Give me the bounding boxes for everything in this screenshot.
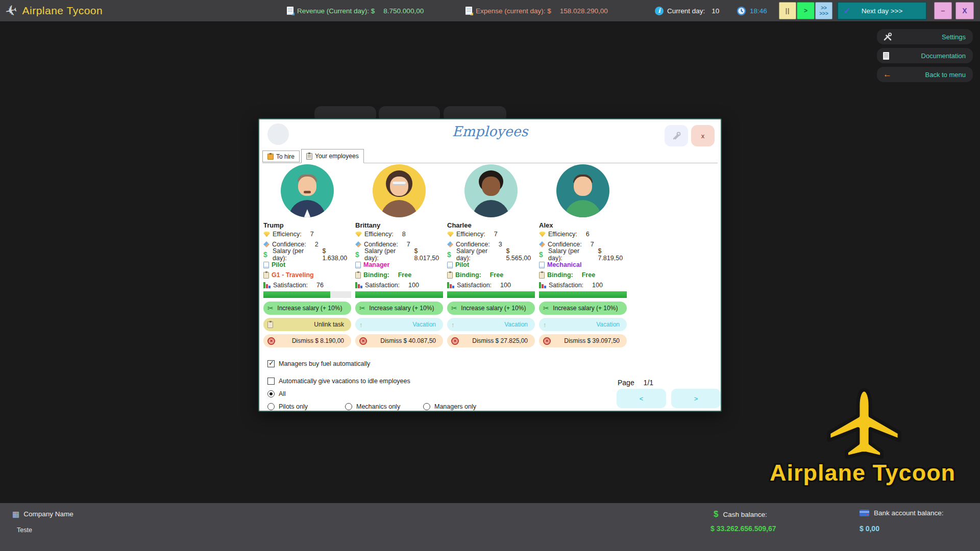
document-icon	[447, 262, 453, 268]
back-arrow-icon: ←	[883, 69, 892, 80]
radio-mechanics-label: Mechanics only	[356, 403, 400, 410]
tab-to-hire[interactable]: To hire	[262, 151, 300, 162]
radio-managers-label: Managers only	[434, 403, 476, 410]
play-button[interactable]: >	[797, 2, 815, 19]
scissors-icon: ✂	[451, 304, 457, 312]
salary-label: Salary (per day):	[456, 247, 501, 262]
dollar-icon: $	[263, 252, 270, 258]
radio-selected[interactable]	[267, 390, 275, 397]
logo-text: Airplane Tycoon	[750, 460, 975, 486]
salary-row: $ Salary (per day): $ 8.017,50	[355, 249, 443, 260]
clipboard-icon	[539, 272, 545, 279]
chart-icon	[355, 282, 362, 288]
vacation-button[interactable]: ↑ Vacation	[447, 318, 535, 331]
wrench-icon	[671, 131, 681, 141]
bank-balance-value: $ 0,00	[860, 524, 879, 533]
dismiss-label: Dismiss $ 27.825,00	[459, 337, 530, 344]
current-day-label: Current day:	[667, 7, 705, 15]
chart-icon	[263, 282, 271, 288]
fuel-checkbox-row[interactable]: Managers buy fuel automatically	[267, 360, 370, 367]
binding-row: Binding: Free	[355, 270, 443, 280]
clock-icon	[737, 6, 746, 16]
scissors-icon: ✂	[267, 304, 274, 312]
increase-salary-button[interactable]: ✂ Increase salary (+ 10%)	[355, 302, 443, 315]
radio-unselected[interactable]	[267, 403, 275, 410]
dialog-settings-button[interactable]	[665, 125, 688, 146]
radio-unselected[interactable]	[423, 403, 430, 410]
employee-avatar	[281, 164, 334, 217]
back-to-menu-label: Back to menu	[892, 71, 966, 79]
task-row: G1 - Traveling	[263, 270, 351, 280]
minimize-button[interactable]: –	[934, 2, 952, 19]
increase-salary-button[interactable]: ✂ Increase salary (+ 10%)	[539, 302, 627, 315]
employee-name: Trump	[263, 221, 351, 229]
satisfaction-label: Satisfaction:	[457, 282, 492, 289]
credit-card-icon	[860, 510, 869, 516]
increase-salary-button[interactable]: ✂ Increase salary (+ 10%)	[447, 302, 535, 315]
vacation-label: Vacation	[455, 321, 530, 328]
next-page-button[interactable]: >	[671, 389, 721, 408]
satisfaction-label: Satisfaction:	[365, 282, 400, 289]
salary-row: $ Salary (per day): $ 7.819,50	[539, 249, 627, 260]
back-to-menu-button[interactable]: ← Back to menu	[877, 67, 973, 82]
increase-salary-label: Increase salary (+ 10%)	[549, 305, 622, 312]
role-value: Pilot	[272, 261, 285, 268]
radio-pilots-only[interactable]: Pilots only	[267, 403, 308, 410]
radio-mechanics-only[interactable]: Mechanics only	[345, 403, 400, 410]
radio-pilots-label: Pilots only	[279, 403, 308, 410]
document-icon	[355, 262, 361, 268]
tab-your-employees[interactable]: Your employees	[301, 149, 364, 163]
radio-unselected[interactable]	[345, 403, 352, 410]
dismiss-button[interactable]: ✕ Dismiss $ 27.825,00	[447, 334, 535, 347]
checkbox-unchecked[interactable]	[267, 378, 275, 385]
close-window-button[interactable]: X	[955, 2, 974, 19]
vacations-checkbox-label: Automatically give vacations to idle emp…	[279, 378, 410, 385]
settings-button[interactable]: Settings	[877, 29, 973, 44]
dismiss-label: Dismiss $ 40.087,50	[367, 337, 438, 344]
info-icon[interactable]: i	[655, 7, 664, 15]
satisfaction-bar	[355, 291, 443, 298]
revenue-label: Revenue (Current day): $	[297, 7, 375, 15]
document-icon	[539, 262, 545, 268]
confidence-icon	[447, 241, 453, 247]
next-day-button[interactable]: ✓ Next day >>>	[837, 2, 927, 20]
efficiency-value: 6	[586, 231, 590, 238]
vacations-checkbox-row[interactable]: Automatically give vacations to idle emp…	[267, 378, 410, 385]
page-value: 1/1	[644, 379, 653, 387]
document-icon	[263, 262, 269, 268]
radio-all-row[interactable]: All	[267, 390, 286, 397]
radio-all-label: All	[279, 390, 286, 397]
vacation-button[interactable]: ↑ Vacation	[539, 318, 627, 331]
satisfaction-bar	[263, 291, 351, 298]
efficiency-icon	[263, 232, 270, 237]
employee-name: Brittany	[355, 221, 443, 229]
dialog-close-button[interactable]: x	[691, 125, 715, 146]
next-day-label: Next day >>>	[862, 7, 903, 15]
satisfaction-row: Satisfaction: 100	[355, 280, 443, 290]
documentation-button[interactable]: Documentation	[877, 48, 973, 63]
page-label: Page	[618, 379, 634, 387]
dismiss-button[interactable]: ✕ Dismiss $ 39.097,50	[539, 334, 627, 347]
previous-page-button[interactable]: <	[617, 389, 666, 408]
dismiss-button[interactable]: ✕ Dismiss $ 8.190,00	[263, 334, 351, 347]
expense-value: 158.028.290,00	[560, 7, 608, 15]
increase-salary-label: Increase salary (+ 10%)	[274, 305, 346, 312]
pause-button[interactable]: ||	[779, 2, 796, 19]
grid-icon: ▦	[12, 510, 19, 518]
confidence-value: 2	[315, 241, 318, 248]
binding-row: Binding: Free	[539, 270, 627, 280]
current-day-value: 10	[712, 7, 719, 15]
checkbox-checked[interactable]	[267, 360, 275, 367]
increase-salary-button[interactable]: ✂ Increase salary (+ 10%)	[263, 302, 351, 315]
unlink-task-button[interactable]: Unlink task	[263, 318, 351, 331]
dismiss-button[interactable]: ✕ Dismiss $ 40.087,50	[355, 334, 443, 347]
confidence-value: 3	[499, 241, 502, 248]
bank-balance-row: Bank account balance:	[860, 509, 944, 517]
fast-forward-button[interactable]: >> >>>	[815, 2, 832, 19]
vacation-button[interactable]: ↑ Vacation	[355, 318, 443, 331]
scissors-icon: ✂	[359, 304, 365, 312]
confidence-icon	[263, 241, 270, 247]
efficiency-value: 7	[310, 231, 314, 238]
radio-managers-only[interactable]: Managers only	[423, 403, 476, 410]
efficiency-value: 7	[494, 231, 498, 238]
